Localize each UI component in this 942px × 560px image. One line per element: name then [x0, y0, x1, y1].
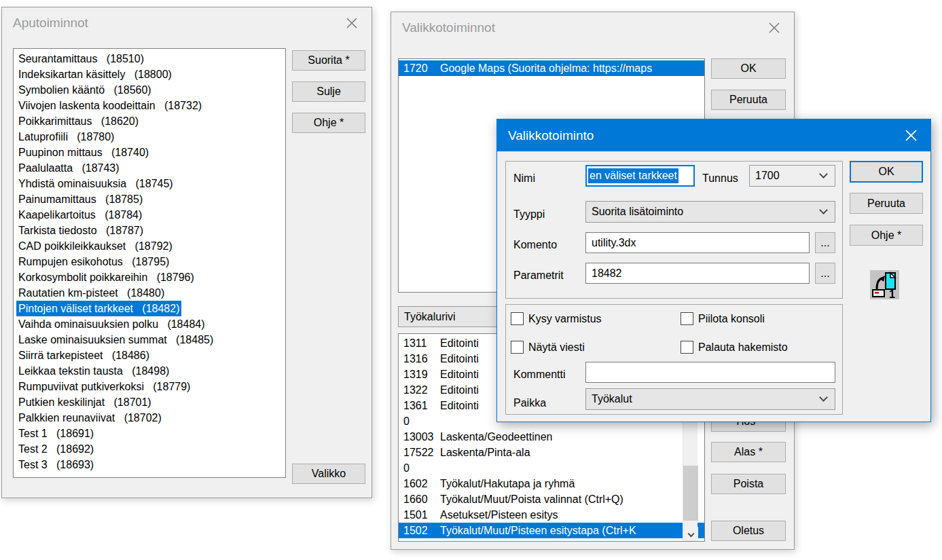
list-item-id: 1361 [399, 398, 440, 413]
list-item-text: Puupinon mittaus (18740) [16, 145, 151, 160]
close-button[interactable] [338, 7, 366, 38]
valikko-button[interactable]: Valikko [292, 464, 365, 484]
ok-button[interactable]: OK [711, 58, 786, 79]
list-item[interactable]: 1720Google Maps (Suorita ohjelma: https:… [399, 60, 704, 76]
list-item[interactable]: Paalulaatta (18743) [14, 160, 285, 176]
list-item[interactable]: Poikkarimittaus (18620) [14, 113, 285, 129]
list-item-text: Google Maps (Suorita ohjelma: https://ma… [440, 62, 652, 74]
list-item-text: Pintojen väliset tarkkeet (18482) [16, 301, 181, 316]
list-item[interactable]: Indeksikartan käsittely (18800) [14, 67, 285, 82]
paikka-combobox[interactable]: Työkalut [585, 388, 835, 410]
ohje-button[interactable]: Ohje * [292, 113, 365, 133]
list-item[interactable]: Siirrä tarkepisteet (18486) [14, 348, 285, 363]
list-item[interactable]: Rumpujen esikohotus (18795) [14, 254, 285, 269]
list-item-text: Laske ominaisuuksien summat (18485) [16, 332, 215, 348]
peruuta-button[interactable]: Peruuta [711, 90, 786, 110]
list-item-text: Editointi [440, 353, 479, 365]
alas-button[interactable]: Alas * [711, 442, 786, 462]
list-item[interactable]: Kaapelikartoitus (18784) [14, 207, 285, 223]
close-icon [769, 22, 780, 33]
title-bar[interactable]: Valikkotoiminto [497, 119, 930, 151]
list-item[interactable]: Puupinon mittaus (18740) [14, 145, 285, 160]
list-item[interactable]: Test 2 (18692) [14, 441, 285, 457]
dialog-title: Valikkotoiminto [508, 119, 594, 151]
list-item[interactable]: 1602Työkalut/Hakutapa ja ryhmä [399, 476, 704, 491]
palauta-hakemisto-label: Palauta hakemisto [698, 341, 788, 354]
list-item-text: CAD poikkileikkaukset (18792) [16, 238, 175, 254]
list-item-text: Työkalut/Muut/Pisteen esitystapa (Ctrl+K [440, 525, 636, 536]
list-item-text: Editointi [440, 337, 479, 349]
oletus-button[interactable]: Oletus [711, 521, 786, 541]
kysy-varmistus-checkbox[interactable] [511, 312, 524, 325]
list-item[interactable]: Test 3 (18693) [14, 457, 285, 472]
tunnus-combobox[interactable]: 1700 [749, 165, 835, 187]
piilota-konsoli-checkbox[interactable] [681, 312, 693, 325]
ok-button[interactable]: OK [850, 161, 923, 183]
utility-functions-list[interactable]: Seurantamittaus (18510)Indeksikartan käs… [13, 48, 286, 478]
title-bar[interactable]: Aputoiminnot [2, 7, 372, 38]
palauta-hakemisto-checkbox[interactable] [681, 341, 693, 354]
nayta-viesti-label: Näytä viesti [528, 341, 585, 354]
list-item[interactable]: 13003Laskenta/Geodeettinen [399, 429, 704, 445]
list-item[interactable]: 1502Työkalut/Muut/Pisteen esitystapa (Ct… [399, 523, 704, 538]
list-item[interactable]: CAD poikkileikkaukset (18792) [14, 238, 285, 254]
list-item-text: Työkalut/Hakutapa ja ryhmä [440, 478, 575, 489]
piilota-konsoli-label: Piilota konsoli [698, 313, 765, 325]
close-icon [905, 130, 917, 141]
list-item[interactable]: Seurantamittaus (18510) [14, 51, 285, 67]
sulje-button[interactable]: Sulje [292, 81, 365, 102]
list-item[interactable]: Palkkien reunaviivat (18702) [14, 410, 285, 426]
list-item[interactable]: Rumpuviivat putkiverkoksi (18779) [14, 379, 285, 394]
list-item-text: Laskenta/Geodeettinen [440, 431, 552, 443]
komento-browse-button[interactable]: ... [815, 232, 835, 253]
poista-button[interactable]: Poista [711, 474, 786, 494]
list-item[interactable]: Putkien keskilinjat (18701) [14, 394, 285, 410]
list-item[interactable]: Leikkaa tekstin tausta (18498) [14, 363, 285, 379]
parametrit-input[interactable] [585, 263, 810, 284]
list-item[interactable]: Test 1 (18691) [14, 426, 285, 441]
list-item[interactable]: Yhdistä ominaisuuksia (18745) [14, 176, 285, 191]
suorita-button[interactable]: Suorita * [292, 50, 365, 71]
list-item-id: 17522 [399, 445, 440, 460]
ohje-button[interactable]: Ohje * [850, 225, 923, 246]
close-button[interactable] [760, 12, 789, 43]
list-item-id: 1316 [399, 351, 440, 367]
title-bar[interactable]: Valikkotoiminnot [391, 12, 794, 43]
list-item-id: 1720 [399, 60, 440, 76]
list-item[interactable]: 17522Laskenta/Pinta-ala [399, 445, 704, 460]
close-button[interactable] [896, 119, 925, 151]
tyyppi-combobox[interactable]: Suorita lisätoiminto [585, 201, 835, 223]
dialog-valikkotoiminto: Valikkotoiminto Nimi en väliset tarkkeet… [496, 119, 931, 422]
parametrit-label: Parametrit [513, 269, 564, 282]
list-item-text: Tarkista tiedosto (18787) [16, 223, 145, 238]
list-item[interactable]: 1660Työkalut/Muut/Poista valinnat (Ctrl+… [399, 491, 704, 507]
list-item[interactable]: Rautatien km-pisteet (18480) [14, 285, 285, 301]
list-item[interactable]: 0 [399, 460, 704, 476]
nimi-input[interactable]: en väliset tarkkeet [585, 165, 695, 187]
list-item[interactable]: Vaihda ominaisuuksien polku (18484) [14, 316, 285, 332]
komento-input[interactable] [585, 232, 810, 253]
kommentti-input[interactable] [585, 362, 835, 383]
list-item[interactable]: Viivojen laskenta koodeittain (18732) [14, 98, 285, 113]
list-item[interactable]: 1501Asetukset/Pisteen esitys [399, 507, 704, 523]
list-item[interactable]: Painumamittaus (18785) [14, 191, 285, 207]
tyyppi-value: Suorita lisätoiminto [592, 206, 683, 218]
kommentti-label: Kommentti [513, 369, 565, 381]
chevron-down-icon [819, 206, 828, 214]
list-item[interactable]: Tarkista tiedosto (18787) [14, 223, 285, 238]
scrollbar-thumb[interactable] [683, 466, 698, 521]
nayta-viesti-checkbox[interactable] [511, 341, 524, 354]
scroll-down-button[interactable] [683, 527, 698, 540]
peruuta-button[interactable]: Peruuta [850, 193, 923, 214]
parametrit-browse-button[interactable]: ... [815, 263, 835, 284]
list-item[interactable]: Laske ominaisuuksien summat (18485) [14, 332, 285, 348]
kysy-varmistus-label: Kysy varmistus [528, 313, 602, 325]
list-item-text: Putkien keskilinjat (18701) [16, 394, 153, 410]
list-item-text: Paalulaatta (18743) [16, 160, 122, 176]
list-item[interactable]: Latuprofiili (18780) [14, 129, 285, 145]
list-item-text: Palkkien reunaviivat (18702) [16, 410, 164, 426]
list-item[interactable]: Pintojen väliset tarkkeet (18482) [14, 301, 285, 316]
list-item[interactable]: Korkosymbolit poikkareihin (18796) [14, 269, 285, 285]
list-item[interactable]: Symbolien kääntö (18560) [14, 82, 285, 98]
list-item-id: 1319 [399, 367, 440, 382]
